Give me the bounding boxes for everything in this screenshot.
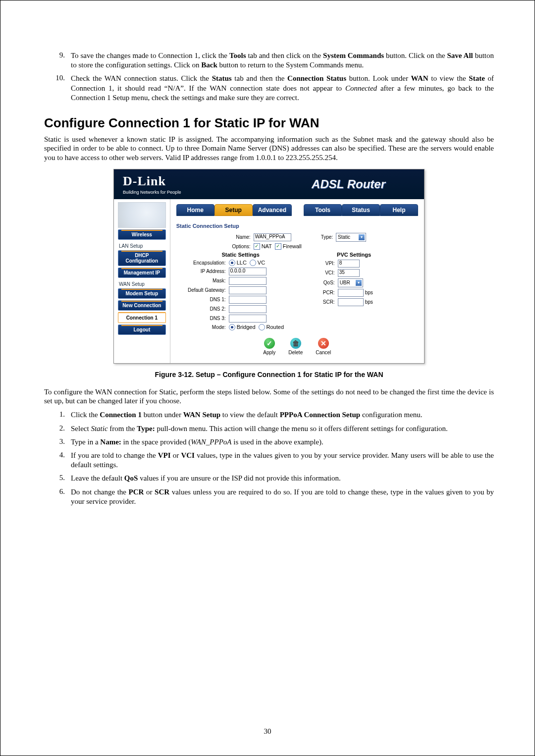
pcr-input[interactable] <box>338 289 364 297</box>
apply-label: Apply <box>263 350 275 355</box>
chevron-down-icon: ▾ <box>356 280 362 286</box>
tab-home[interactable]: Home <box>176 204 214 216</box>
paragraph-intro2: To configure the WAN connection for Stat… <box>44 387 494 406</box>
delete-label: Delete <box>288 350 303 355</box>
sidebar-item-wireless[interactable]: Wireless <box>118 229 166 240</box>
vpi-label: VPI: <box>317 261 338 266</box>
type-select[interactable]: Static ▾ <box>336 233 366 242</box>
main-panel: Home Setup Advanced Tools Status Help St… <box>170 199 424 363</box>
router-title: ADSL Router <box>312 177 415 191</box>
router-header: D-Link Building Networks for People ADSL… <box>114 169 424 199</box>
list-number: 1. <box>44 410 71 420</box>
list-body: If you are told to change the VPI or VCI… <box>71 451 494 470</box>
vci-input[interactable]: 35 <box>338 269 360 277</box>
ip-label: IP Address: <box>176 269 229 274</box>
page-number: 30 <box>0 727 535 736</box>
encap-llc-radio[interactable] <box>229 260 235 266</box>
sidebar-item-modem[interactable]: Modem Setup <box>118 288 166 299</box>
ordered-list-top: 9. To save the changes made to Connectio… <box>44 51 494 103</box>
cancel-label: Cancel <box>316 350 331 355</box>
qos-value: UBR <box>340 280 350 285</box>
mode-bridged-radio[interactable] <box>229 324 235 330</box>
list-body: To save the changes made to Connection 1… <box>71 51 494 70</box>
tab-setup[interactable]: Setup <box>214 204 253 216</box>
brand-text: D-Link <box>123 174 181 189</box>
sidebar-label-wan: WAN Setup <box>119 281 166 287</box>
encap-vc-radio[interactable] <box>250 260 256 266</box>
brand-tagline: Building Networks for People <box>123 190 181 195</box>
pcr-label: PCR: <box>317 290 338 295</box>
figure-caption: Figure 3-12. Setup – Configure Connectio… <box>44 371 494 378</box>
sidebar: Wireless LAN Setup DHCP Configuration Ma… <box>114 199 170 363</box>
scr-input[interactable] <box>338 298 364 306</box>
static-settings-heading: Static Settings <box>176 252 305 258</box>
mask-label: Mask: <box>176 278 229 283</box>
list-item: 2.Select Static from the Type: pull-down… <box>44 424 494 433</box>
sidebar-item-new-connection[interactable]: New Connection <box>118 300 166 311</box>
nat-checkbox[interactable]: ✓ <box>254 243 260 250</box>
mode-bridged-text: Bridged <box>237 324 256 330</box>
qos-select[interactable]: UBR ▾ <box>338 278 363 287</box>
dns1-input[interactable] <box>229 296 267 304</box>
encap-vc-text: VC <box>258 260 265 266</box>
list-number: 4. <box>44 451 71 470</box>
tab-bar: Home Setup Advanced Tools Status Help <box>176 204 418 216</box>
type-label: Type: <box>321 234 336 240</box>
dns3-label: DNS 3: <box>176 316 229 321</box>
gateway-label: Default Gateway: <box>176 287 229 293</box>
delete-button[interactable]: 🗑 Delete <box>288 338 303 355</box>
mode-routed-text: Routed <box>267 324 284 330</box>
mode-routed-radio[interactable] <box>259 324 265 330</box>
dns2-label: DNS 2: <box>176 306 229 312</box>
sidebar-item-mgmt-ip[interactable]: Management IP <box>118 268 166 278</box>
list-body: Do not change the PCR or SCR values unle… <box>71 487 494 506</box>
tab-help[interactable]: Help <box>380 204 418 216</box>
panel-title: Static Connection Setup <box>176 223 418 229</box>
type-select-value: Static <box>338 234 350 240</box>
list-number: 10. <box>44 74 71 103</box>
encap-llc-text: LLC <box>237 260 247 266</box>
list-number: 5. <box>44 474 71 483</box>
dns1-label: DNS 1: <box>176 297 229 302</box>
sidebar-item-connection-1[interactable]: Connection 1 <box>118 312 166 323</box>
vpi-input[interactable]: 8 <box>338 260 360 268</box>
firewall-checkbox[interactable]: ✓ <box>275 243 281 250</box>
list-body: Leave the default QoS values if you are … <box>71 474 494 483</box>
gateway-input[interactable] <box>229 286 267 294</box>
vci-label: VCI: <box>317 270 338 275</box>
check-icon: ✓ <box>264 338 275 349</box>
list-number: 2. <box>44 424 71 433</box>
ip-input[interactable]: 0.0.0.0 <box>229 268 267 275</box>
list-body: Check the WAN connection status. Click t… <box>71 74 494 103</box>
list-item: 9. To save the changes made to Connectio… <box>44 51 494 70</box>
encap-label: Encapsulation: <box>176 260 229 266</box>
tab-tools[interactable]: Tools <box>304 204 342 216</box>
mask-input[interactable] <box>229 277 267 285</box>
list-item: 3.Type in a Name: in the space provided … <box>44 437 494 447</box>
list-item: 5.Leave the default QoS values if you ar… <box>44 474 494 483</box>
list-number: 6. <box>44 487 71 506</box>
qos-label: QoS: <box>317 280 338 285</box>
list-item: 6.Do not change the PCR or SCR values un… <box>44 487 494 506</box>
nat-text: NAT <box>262 243 272 249</box>
dns3-input[interactable] <box>229 315 267 323</box>
tab-status[interactable]: Status <box>342 204 380 216</box>
tab-advanced[interactable]: Advanced <box>253 204 292 216</box>
name-label: Name: <box>201 234 254 240</box>
list-number: 3. <box>44 437 71 447</box>
dns2-input[interactable] <box>229 305 267 313</box>
section-heading: Configure Connection 1 for Static IP for… <box>44 115 494 131</box>
sidebar-item-dhcp[interactable]: DHCP Configuration <box>118 250 166 266</box>
sidebar-item-logout[interactable]: Logout <box>118 324 166 335</box>
list-body: Click the Connection 1 button under WAN … <box>71 410 494 420</box>
mode-label: Mode: <box>176 324 229 330</box>
apply-button[interactable]: ✓ Apply <box>263 338 275 355</box>
action-buttons: ✓ Apply 🗑 Delete ✕ Cancel <box>176 338 418 355</box>
name-input[interactable]: WAN_PPPoA <box>254 233 291 241</box>
paragraph-intro: Static is used whenever a known static I… <box>44 135 494 162</box>
cancel-button[interactable]: ✕ Cancel <box>316 338 331 355</box>
trash-icon: 🗑 <box>290 338 301 349</box>
chevron-down-icon: ▾ <box>359 234 365 240</box>
list-item: 10. Check the WAN connection status. Cli… <box>44 74 494 103</box>
device-image <box>118 202 166 228</box>
